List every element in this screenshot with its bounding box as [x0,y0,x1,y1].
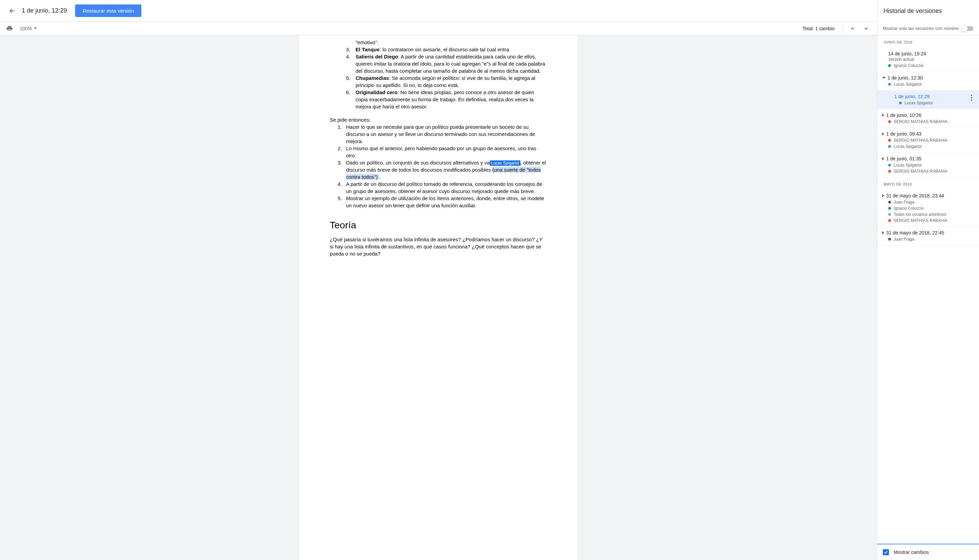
editor-name: SERGIO MATHIAS RABAHIA [894,138,947,143]
show-changes-row: Mostrar cambios [877,544,979,560]
editor-dot [888,201,891,203]
zoom-dropdown[interactable]: 100% [20,26,37,31]
named-versions-label: Mostrar solo las versiones con nombre [883,26,959,31]
version-item[interactable]: 31 de mayo de 2018, 23:44Juan FragaIgnac… [877,190,979,227]
sidebar-title: Historial de versiones [877,0,979,22]
version-list[interactable]: JUNIO DE 201814 de junio, 19:24Versión a… [877,35,979,544]
month-header: JUNIO DE 2018 [877,35,979,48]
expand-caret-icon[interactable] [882,231,884,235]
expand-caret-icon[interactable] [882,113,884,117]
editor-dot [888,164,891,167]
version-date: 31 de mayo de 2018, 22:45 [886,230,944,235]
version-date: 1 de junio, 10:26 [886,112,922,118]
next-change-button[interactable] [861,23,872,34]
restore-version-button[interactable]: Restaurar esta versión [75,4,142,17]
total-changes-label: Total: 1 cambio [802,26,839,31]
version-item[interactable]: 1 de junio, 01:35Lucas SpigariolSERGIO M… [877,153,979,177]
zoom-value: 100% [20,26,32,31]
document-page: "emotivo".3.El Tanque: lo contrataron si… [299,35,578,560]
definition-item: 5.Chupamedias: Se acomoda según el polít… [346,74,547,89]
show-changes-checkbox[interactable] [883,549,889,555]
editor-dot [888,213,891,216]
version-sub: Versión actual [888,57,974,62]
editor-name: Lucas Spigariol [894,163,922,168]
definition-item: 6.Originalidad cero: No tiene ideas prop… [346,89,547,110]
version-item[interactable]: 14 de junio, 19:24Versión actualIgnacio … [877,48,979,72]
arrow-left-icon [8,7,16,15]
collapse-caret-icon[interactable] [882,77,886,79]
task-item: Hacer lo que se necesite para que un pol… [344,123,547,145]
inserted-text: (una suerte de "todos contra todos") [346,167,541,180]
editor-dot [899,102,902,104]
prev-change-button[interactable] [847,23,858,34]
version-date: 1 de junio, 12:30 [887,75,923,80]
editor-line: SERGIO MATHIAS RABAHIA [888,218,974,223]
editor-dot [888,145,891,148]
named-versions-row: Mostrar solo las versiones con nombre [877,22,979,35]
task-item-edited: Dado un político, un conjunto de sus dis… [344,159,547,180]
version-item[interactable]: 31 de mayo de 2018, 22:45Juan Fraga [877,227,979,245]
version-item[interactable]: 1 de junio, 12:30Lucas Spigariol [877,72,979,90]
chevron-up-icon [849,25,856,32]
editor-line: Todos los usuarios anónimos [888,212,974,217]
month-header: MAYO DE 2018 [877,177,979,190]
chevron-down-icon [34,28,37,29]
editor-name: Ignacio Coluccio [894,206,924,211]
editor-name: Lucas Spigariol [894,144,922,149]
version-date: 1 de junio, 01:35 [886,156,922,162]
document-viewport[interactable]: "emotivo".3.El Tanque: lo contrataron si… [0,35,877,560]
editor-name: Ignacio Coluccio [894,63,924,68]
editor-name: Juan Fraga [894,237,914,242]
editor-line: Juan Fraga [888,237,974,242]
editor-name: SERGIO MATHIAS RABAHIA [894,119,947,124]
editor-dot [888,238,891,241]
editor-dot [888,170,891,173]
version-item[interactable]: 1 de junio, 09:43SERGIO MATHIAS RABAHIAL… [877,128,979,153]
editor-dot [888,120,891,123]
expand-caret-icon[interactable] [882,132,884,136]
editor-line: Lucas Spigariol [888,82,974,87]
editor-line: Lucas Spigariol [888,144,974,149]
show-changes-label: Mostrar cambios [894,550,929,555]
task-item: Lo mismo que el anterior, pero habiendo … [344,145,547,159]
author-chip: Lucas Spigariol [490,160,520,166]
named-versions-toggle[interactable] [961,26,974,31]
editor-name: Todos los usuarios anónimos [894,212,946,217]
editor-dot [888,83,891,86]
editor-name: SERGIO MATHIAS RABAHIA [894,169,947,173]
check-icon [884,550,888,555]
divider [843,25,843,32]
teoria-title: Teoría [330,218,547,232]
chevron-down-icon [863,25,869,32]
task-item: A partir de un discurso del político tom… [344,180,547,195]
back-button[interactable] [5,4,19,18]
editor-dot [888,64,891,67]
definition-item: 3.El Tanque: lo contrataron sin avisarle… [346,46,547,53]
editor-dot [888,207,891,210]
editor-line: Juan Fraga [888,200,974,205]
definition-item: 4.Salieris del Diego: A partir de una ca… [346,53,547,74]
editor-name: Lucas Spigariol [904,101,932,105]
editor-name: SERGIO MATHIAS RABAHIA [894,218,947,223]
print-button[interactable] [5,25,13,33]
version-date: 31 de mayo de 2018, 23:44 [886,193,944,198]
expand-caret-icon[interactable] [882,157,884,160]
editor-line: SERGIO MATHIAS RABAHIA [888,138,974,143]
version-item[interactable]: 1 de junio, 10:26SERGIO MATHIAS RABAHIA [877,109,979,128]
task-item: Mostrar un ejemplo de utilización de los… [344,195,547,209]
expand-caret-icon[interactable] [882,194,884,197]
version-date: 14 de junio, 19:24 [888,51,926,57]
editor-name: Juan Fraga [894,200,914,205]
editor-line: Lucas Spigariol [888,163,974,168]
editor-line: Ignacio Coluccio [888,206,974,211]
toolbar: 100% Total: 1 cambio [0,22,877,35]
definition-item: "emotivo". [346,39,547,46]
version-date: 1 de junio, 09:43 [886,131,922,137]
tasks-list: Hacer lo que se necesite para que un pol… [330,123,547,209]
teoria-body: ¿Qué pasaría si tuviéramos una lista inf… [330,236,547,257]
editor-dot [888,219,891,222]
more-options-button[interactable] [967,94,976,102]
version-item-child[interactable]: 1 de junio, 12:29Lucas Spigariol [877,90,979,109]
editor-line: SERGIO MATHIAS RABAHIA [888,169,974,173]
editor-dot [888,139,891,142]
